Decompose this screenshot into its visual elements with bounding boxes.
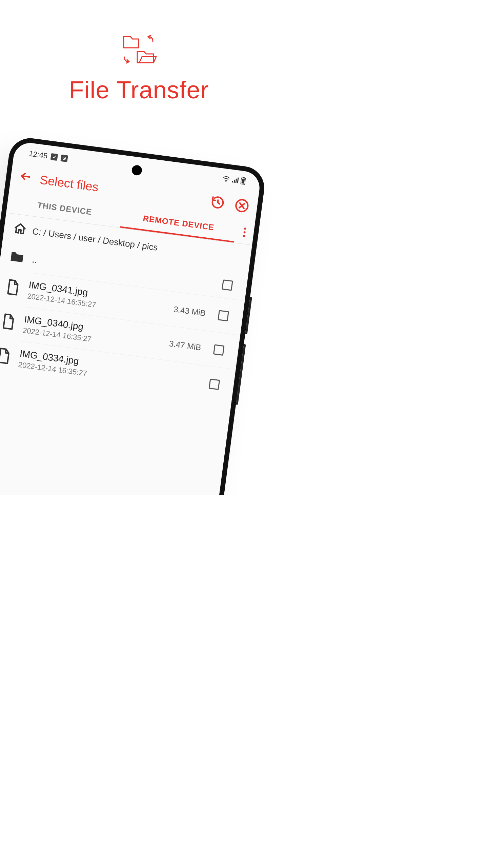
- phone-mockup: 12:45: [0, 136, 278, 495]
- phone-body: 12:45: [0, 136, 267, 495]
- svg-rect-8: [241, 179, 245, 184]
- battery-icon: [240, 177, 246, 187]
- svg-rect-3: [233, 180, 235, 183]
- back-button[interactable]: [16, 167, 35, 189]
- checkbox[interactable]: [222, 279, 233, 291]
- folder-icon: [9, 250, 25, 265]
- hero: File Transfer: [0, 0, 278, 104]
- checkbox[interactable]: [209, 379, 220, 390]
- wifi-icon: [222, 175, 230, 184]
- checkbox[interactable]: [213, 344, 225, 356]
- history-button[interactable]: [207, 192, 228, 215]
- statusbar-left: 12:45: [28, 149, 68, 163]
- checkbox[interactable]: [218, 310, 229, 321]
- signal-icon: [231, 176, 239, 185]
- file-icon: [0, 313, 17, 332]
- tab-label: REMOTE DEVICE: [142, 213, 215, 232]
- phone-side-button: [245, 297, 252, 334]
- tab-label: THIS DEVICE: [37, 200, 93, 217]
- more-button[interactable]: [234, 219, 255, 245]
- svg-rect-2: [232, 181, 233, 182]
- phone-screen: 12:45: [0, 141, 262, 495]
- close-button[interactable]: [231, 195, 252, 218]
- svg-point-1: [225, 181, 226, 182]
- statusbar-time: 12:45: [28, 149, 48, 160]
- home-icon[interactable]: [13, 221, 27, 237]
- file-icon: [5, 278, 21, 298]
- file-size: 3.43 MiB: [173, 304, 206, 318]
- svg-rect-4: [235, 179, 237, 183]
- check-icon: [50, 153, 58, 161]
- statusbar-right: [222, 174, 246, 187]
- file-icon: [0, 347, 12, 366]
- promo-page: File Transfer 12:45: [0, 0, 278, 495]
- clock-icon: [60, 155, 68, 162]
- svg-point-10: [244, 228, 246, 230]
- file-size: 3.47 MiB: [168, 339, 202, 352]
- svg-rect-5: [237, 177, 239, 183]
- svg-point-11: [243, 231, 246, 234]
- appbar-title: Select files: [39, 173, 99, 194]
- hero-title: File Transfer: [0, 76, 278, 104]
- file-transfer-icon: [120, 31, 158, 69]
- svg-point-12: [243, 235, 245, 237]
